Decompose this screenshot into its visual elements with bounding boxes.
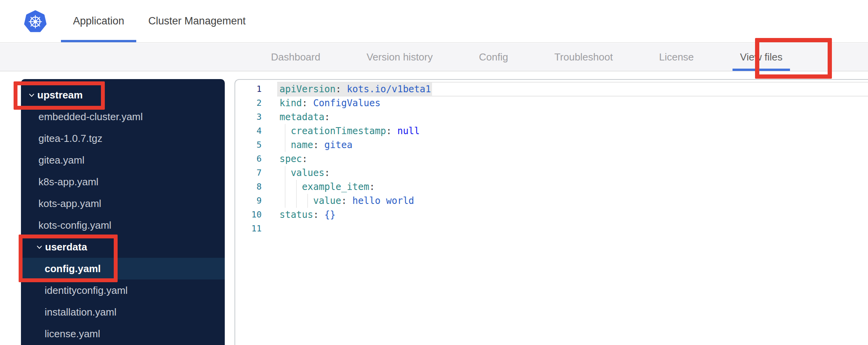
- file-editor-panel[interactable]: 1apiVersion: kots.io/v1beta12kind: Confi…: [234, 79, 868, 345]
- file-label: gitea-1.0.7.tgz: [38, 133, 102, 145]
- line-number: 2: [235, 96, 269, 110]
- kubernetes-logo-icon: [24, 10, 47, 33]
- chevron-down-icon: [36, 244, 43, 250]
- line-number: 11: [235, 222, 269, 236]
- indent-guide: [307, 194, 308, 208]
- tree-file-kots-config.yaml[interactable]: kots-config.yaml: [21, 214, 225, 236]
- indent-guide: [285, 194, 285, 208]
- code-lines: 1apiVersion: kots.io/v1beta12kind: Confi…: [235, 82, 868, 236]
- file-label: embedded-cluster.yaml: [38, 111, 143, 123]
- tree-folder-userdata[interactable]: userdata: [21, 236, 225, 258]
- app-header: ApplicationCluster Management: [0, 0, 868, 43]
- find-match-highlight: apiVersion: kots.io/v1beta1: [277, 83, 432, 96]
- tree-file-k8s-app.yaml[interactable]: k8s-app.yaml: [21, 171, 225, 193]
- tree-file-config.yaml[interactable]: config.yaml: [21, 258, 225, 279]
- indent-guide: [285, 124, 285, 138]
- tree-file-installation.yaml[interactable]: installation.yaml: [21, 301, 225, 323]
- file-label: gitea.yaml: [38, 154, 85, 166]
- tree-file-gitea-1.0.7.tgz[interactable]: gitea-1.0.7.tgz: [21, 128, 225, 149]
- code-line-4[interactable]: 4 creationTimestamp: null: [235, 124, 868, 138]
- line-number: 6: [235, 152, 269, 166]
- file-label: config.yaml: [45, 263, 101, 275]
- tab-cluster-management[interactable]: Cluster Management: [136, 0, 258, 42]
- indent-guide: [285, 166, 285, 180]
- tree-folder-upstream[interactable]: upstream: [21, 84, 225, 106]
- line-content: example_item:: [269, 180, 868, 194]
- line-number: 5: [235, 138, 269, 152]
- nav-item-license[interactable]: License: [659, 43, 694, 71]
- file-tree-sidebar: upstreamembedded-cluster.yamlgitea-1.0.7…: [21, 79, 225, 345]
- nav-item-view-files[interactable]: View files: [740, 43, 782, 71]
- tree-file-gitea.yaml[interactable]: gitea.yaml: [21, 149, 225, 171]
- line-content: values:: [269, 166, 868, 180]
- line-number: 7: [235, 166, 269, 180]
- indent-guide: [296, 180, 297, 194]
- tab-application[interactable]: Application: [61, 0, 136, 42]
- line-number: 1: [235, 82, 269, 96]
- primary-tabs: ApplicationCluster Management: [61, 0, 258, 42]
- line-content: name: gitea: [269, 138, 868, 152]
- secondary-nav: DashboardVersion historyConfigTroublesho…: [0, 43, 868, 71]
- code-line-11[interactable]: 11: [235, 222, 868, 236]
- indent-guide: [285, 180, 285, 194]
- line-number: 4: [235, 124, 269, 138]
- line-number: 9: [235, 194, 269, 208]
- line-number: 3: [235, 110, 269, 124]
- tree-file-identityconfig.yaml[interactable]: identityconfig.yaml: [21, 279, 225, 301]
- code-line-6[interactable]: 6spec:: [235, 152, 868, 166]
- line-content: creationTimestamp: null: [269, 124, 868, 138]
- nav-item-version-history[interactable]: Version history: [366, 43, 433, 71]
- nav-item-config[interactable]: Config: [479, 43, 508, 71]
- file-label: kots-config.yaml: [38, 219, 111, 231]
- line-number: 8: [235, 180, 269, 194]
- indent-guide: [285, 138, 285, 152]
- line-content: apiVersion: kots.io/v1beta1: [269, 82, 868, 96]
- indent-guide: [296, 194, 297, 208]
- code-line-7[interactable]: 7 values:: [235, 166, 868, 180]
- tree-file-license.yaml[interactable]: license.yaml: [21, 323, 225, 345]
- file-label: kots-app.yaml: [38, 198, 101, 210]
- nav-item-dashboard[interactable]: Dashboard: [271, 43, 320, 71]
- folder-label: upstream: [37, 89, 83, 101]
- chevron-down-icon: [28, 92, 35, 98]
- tree-file-kots-app.yaml[interactable]: kots-app.yaml: [21, 193, 225, 214]
- file-label: k8s-app.yaml: [38, 176, 99, 188]
- line-content: [269, 222, 868, 236]
- line-content: value: hello world: [269, 194, 868, 208]
- file-label: installation.yaml: [45, 306, 116, 318]
- file-label: identityconfig.yaml: [45, 285, 128, 297]
- line-content: metadata:: [269, 110, 868, 124]
- nav-item-troubleshoot[interactable]: Troubleshoot: [554, 43, 613, 71]
- tree-file-embedded-cluster.yaml[interactable]: embedded-cluster.yaml: [21, 106, 225, 128]
- code-line-5[interactable]: 5 name: gitea: [235, 138, 868, 152]
- code-line-8[interactable]: 8 example_item:: [235, 180, 868, 194]
- line-content: kind: ConfigValues: [269, 96, 868, 110]
- file-label: license.yaml: [45, 328, 100, 340]
- code-line-10[interactable]: 10status: {}: [235, 208, 868, 222]
- code-line-3[interactable]: 3metadata:: [235, 110, 868, 124]
- folder-label: userdata: [45, 241, 87, 253]
- code-line-2[interactable]: 2kind: ConfigValues: [235, 96, 868, 110]
- code-line-9[interactable]: 9 value: hello world: [235, 194, 868, 208]
- code-line-1[interactable]: 1apiVersion: kots.io/v1beta1: [235, 82, 868, 96]
- line-content: status: {}: [269, 208, 868, 222]
- line-content: spec:: [269, 152, 868, 166]
- line-number: 10: [235, 208, 269, 222]
